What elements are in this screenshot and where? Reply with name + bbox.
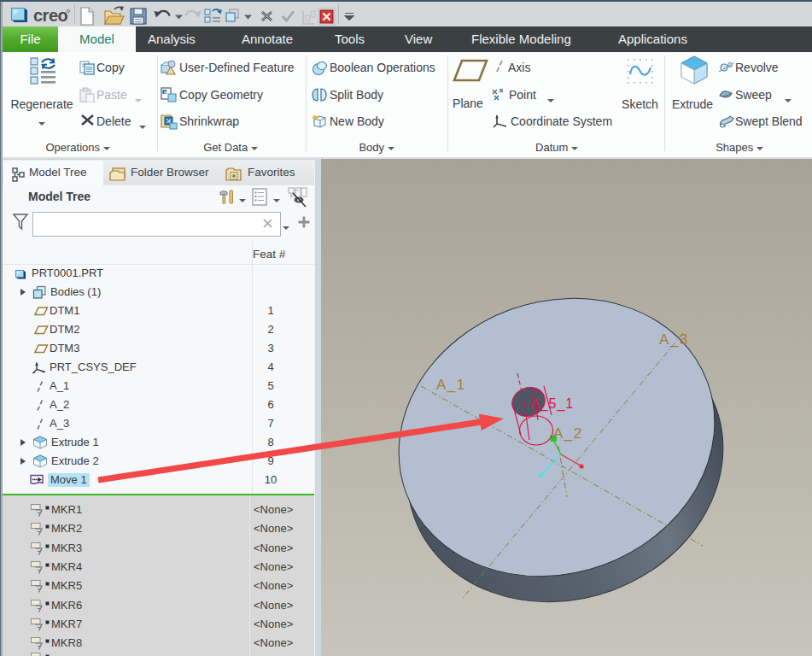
svg-text:A_2: A_2	[553, 425, 583, 442]
svg-text:A_5_1: A_5_1	[530, 396, 574, 412]
svg-text:A_1: A_1	[436, 377, 466, 393]
svg-text:A_3: A_3	[659, 331, 689, 348]
svg-text:creo: creo	[33, 6, 68, 25]
